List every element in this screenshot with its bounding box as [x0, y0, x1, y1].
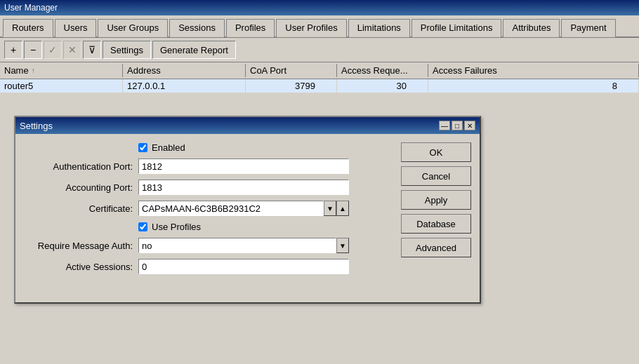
dialog-right: OK Cancel Apply Database Advanced	[401, 142, 471, 280]
enabled-checkbox[interactable]	[138, 143, 147, 152]
require-msg-auth-input[interactable]	[138, 238, 336, 253]
dialog-title-text: Settings	[20, 121, 53, 131]
tab-profiles[interactable]: Profiles	[226, 19, 275, 37]
app-title: User Manager	[4, 3, 58, 13]
use-profiles-checkbox[interactable]	[138, 222, 147, 231]
tab-sessions[interactable]: Sessions	[169, 19, 225, 37]
require-msg-auth-input-group: ▼	[138, 238, 349, 253]
col-name: Name ↑	[0, 64, 123, 77]
dialog-content: Enabled Authentication Port: Accounting …	[15, 134, 480, 288]
tab-attributes[interactable]: Attributes	[503, 19, 560, 37]
dialog-title-buttons: — □ ✕	[439, 121, 475, 130]
table-header: Name ↑ Address CoA Port Access Reque... …	[0, 62, 639, 79]
cross-button[interactable]: ✕	[63, 41, 81, 59]
sort-icon: ↑	[32, 67, 35, 74]
add-button[interactable]: +	[4, 41, 22, 59]
require-msg-auth-label: Require Message Auth:	[24, 241, 133, 251]
col-coa-port: CoA Port	[246, 64, 337, 77]
cross-icon: ✕	[68, 44, 77, 55]
certificate-input[interactable]	[138, 201, 324, 216]
remove-button[interactable]: −	[24, 41, 42, 59]
tab-usergroups[interactable]: User Groups	[98, 19, 168, 37]
enabled-label: Enabled	[152, 142, 185, 153]
col-access-failures: Access Failures	[428, 64, 639, 77]
accounting-port-label: Accounting Port:	[24, 182, 133, 193]
tab-users[interactable]: Users	[55, 19, 97, 37]
filter-icon: ⊽	[88, 44, 95, 55]
advanced-button[interactable]: Advanced	[401, 238, 471, 257]
accounting-port-row: Accounting Port:	[24, 180, 394, 195]
cell-address: 127.0.0.1	[123, 79, 246, 93]
tab-profilelimitations[interactable]: Profile Limitations	[411, 19, 502, 37]
accounting-port-input[interactable]	[138, 180, 349, 195]
auth-port-row: Authentication Port:	[24, 159, 394, 174]
active-sessions-input[interactable]	[138, 259, 349, 274]
title-bar: User Manager	[0, 0, 639, 15]
ok-button[interactable]: OK	[401, 142, 471, 162]
dialog-left: Enabled Authentication Port: Accounting …	[24, 142, 394, 280]
col-access-requests: Access Reque...	[337, 64, 428, 77]
auth-port-input[interactable]	[138, 159, 349, 174]
apply-button[interactable]: Apply	[401, 190, 471, 210]
dialog-footer	[15, 288, 480, 302]
cell-coa-port: 3799	[246, 79, 337, 93]
dialog-close-button[interactable]: ✕	[464, 121, 475, 130]
enabled-row: Enabled	[138, 142, 394, 153]
table-area: router5 127.0.0.1 3799 30 8	[0, 79, 639, 93]
filter-button[interactable]: ⊽	[83, 41, 101, 59]
check-button[interactable]: ✓	[44, 41, 62, 59]
settings-dialog: Settings — □ ✕ Enabled Authentication Po…	[14, 116, 481, 304]
add-icon: +	[11, 44, 16, 55]
dialog-title-bar: Settings — □ ✕	[15, 117, 480, 134]
certificate-input-group: ▼ ▲	[138, 201, 349, 216]
settings-button[interactable]: Settings	[103, 41, 151, 59]
require-msg-auth-dropdown-button[interactable]: ▼	[336, 238, 349, 253]
auth-port-label: Authentication Port:	[24, 161, 133, 172]
certificate-row: Certificate: ▼ ▲	[24, 201, 394, 216]
tab-routers[interactable]: Routers	[3, 19, 53, 37]
require-msg-auth-row: Require Message Auth: ▼	[24, 238, 394, 253]
certificate-upload-button[interactable]: ▲	[336, 201, 349, 216]
cell-name: router5	[0, 79, 123, 93]
check-icon: ✓	[48, 44, 57, 55]
cell-access-failures: 8	[428, 79, 639, 93]
tab-userprofiles[interactable]: User Profiles	[276, 19, 346, 37]
tab-limitations[interactable]: Limitations	[348, 19, 410, 37]
cancel-button[interactable]: Cancel	[401, 166, 471, 186]
table-row[interactable]: router5 127.0.0.1 3799 30 8	[0, 79, 639, 93]
generate-report-button[interactable]: Generate Report	[152, 41, 236, 59]
certificate-dropdown-button[interactable]: ▼	[324, 201, 336, 216]
use-profiles-label: Use Profiles	[152, 222, 201, 232]
dialog-maximize-button[interactable]: □	[452, 121, 463, 130]
main-tabs: Routers Users User Groups Sessions Profi…	[0, 15, 639, 38]
active-sessions-row: Active Sessions:	[24, 259, 394, 274]
remove-icon: −	[30, 44, 36, 55]
tab-payment[interactable]: Payment	[561, 19, 615, 37]
toolbar: + − ✓ ✕ ⊽ Settings Generate Report	[0, 38, 639, 62]
dialog-minimize-button[interactable]: —	[439, 121, 450, 130]
use-profiles-row: Use Profiles	[138, 222, 394, 232]
database-button[interactable]: Database	[401, 214, 471, 234]
cell-access-requests: 30	[337, 79, 428, 93]
certificate-label: Certificate:	[24, 203, 133, 214]
col-address: Address	[123, 64, 246, 77]
active-sessions-label: Active Sessions:	[24, 262, 133, 272]
